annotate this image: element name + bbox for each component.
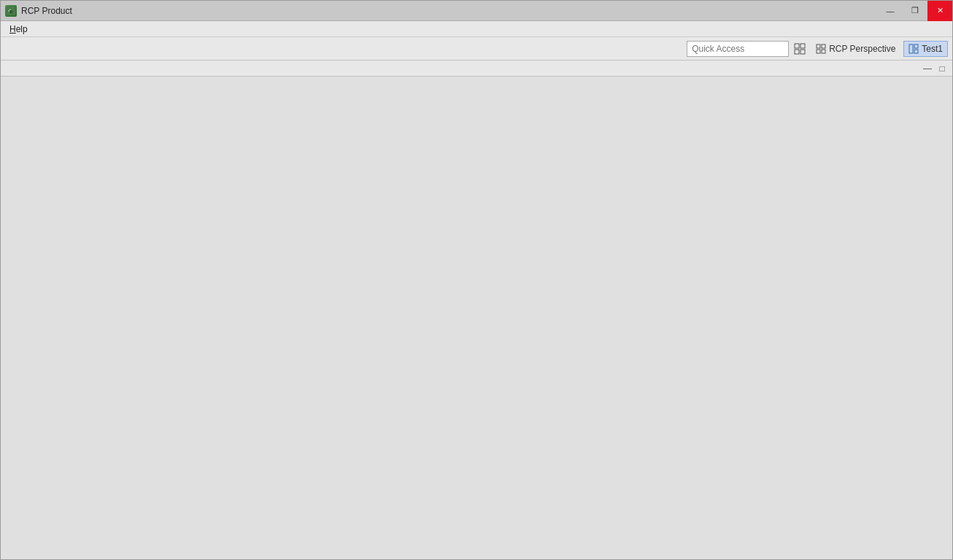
sub-toolbar: — □ xyxy=(1,61,952,77)
svg-rect-2 xyxy=(795,44,799,48)
svg-rect-3 xyxy=(800,44,805,48)
svg-rect-12 xyxy=(914,50,918,53)
test1-perspective-button[interactable]: Test1 xyxy=(903,41,948,57)
svg-rect-7 xyxy=(822,44,825,48)
open-perspective-icon-btn[interactable] xyxy=(792,41,808,57)
title-bar: RCP Product — ❐ ✕ xyxy=(1,1,952,21)
menu-item-help[interactable]: Help xyxy=(4,21,34,36)
svg-rect-5 xyxy=(800,50,805,54)
rcp-perspective-icon xyxy=(816,44,826,54)
svg-rect-11 xyxy=(914,44,918,48)
svg-rect-6 xyxy=(817,44,820,48)
svg-rect-8 xyxy=(817,50,820,53)
svg-rect-10 xyxy=(909,44,913,53)
app-icon xyxy=(5,5,17,17)
rcp-perspective-label: RCP Perspective xyxy=(829,44,895,54)
svg-rect-4 xyxy=(795,50,799,54)
title-bar-left: RCP Product xyxy=(5,5,72,17)
window-frame: RCP Product — ❐ ✕ Help xyxy=(0,0,953,560)
title-bar-controls: — ❐ ✕ xyxy=(878,1,952,21)
svg-rect-9 xyxy=(822,50,825,53)
sub-maximize-button[interactable]: □ xyxy=(936,63,948,74)
restore-button[interactable]: ❐ xyxy=(903,1,927,21)
main-content-area xyxy=(1,77,952,559)
minimize-button[interactable]: — xyxy=(878,1,903,21)
menu-bar: Help xyxy=(1,21,952,37)
window-title: RCP Product xyxy=(21,6,72,16)
perspective-icon xyxy=(794,43,806,55)
rcp-perspective-button[interactable]: RCP Perspective xyxy=(811,41,900,57)
toolbar: RCP Perspective Test1 xyxy=(1,37,952,61)
sub-minimize-button[interactable]: — xyxy=(922,63,933,74)
quick-access-input[interactable] xyxy=(687,41,789,57)
test1-perspective-label: Test1 xyxy=(922,44,943,54)
test1-perspective-icon xyxy=(908,44,919,54)
close-button[interactable]: ✕ xyxy=(927,1,952,21)
svg-rect-1 xyxy=(9,10,12,13)
